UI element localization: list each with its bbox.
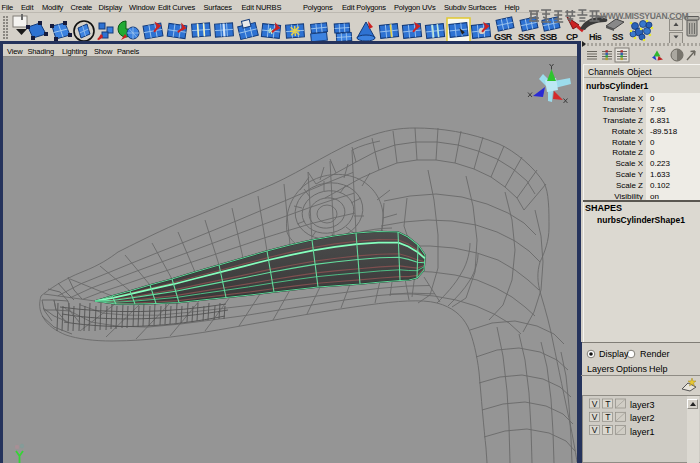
svg-text:CP: CP xyxy=(566,32,578,42)
svg-text:His: His xyxy=(589,32,602,42)
svg-text:GSR: GSR xyxy=(494,32,513,42)
svg-text:SS: SS xyxy=(612,32,623,42)
svg-text:SSB: SSB xyxy=(540,32,558,42)
svg-text:T: T xyxy=(605,399,610,409)
svg-text:V: V xyxy=(592,399,598,409)
svg-text:V: V xyxy=(592,425,598,435)
svg-text:SSR: SSR xyxy=(518,32,536,42)
svg-text:T: T xyxy=(605,425,610,435)
svg-text:V: V xyxy=(592,412,598,422)
svg-text:T: T xyxy=(605,412,610,422)
